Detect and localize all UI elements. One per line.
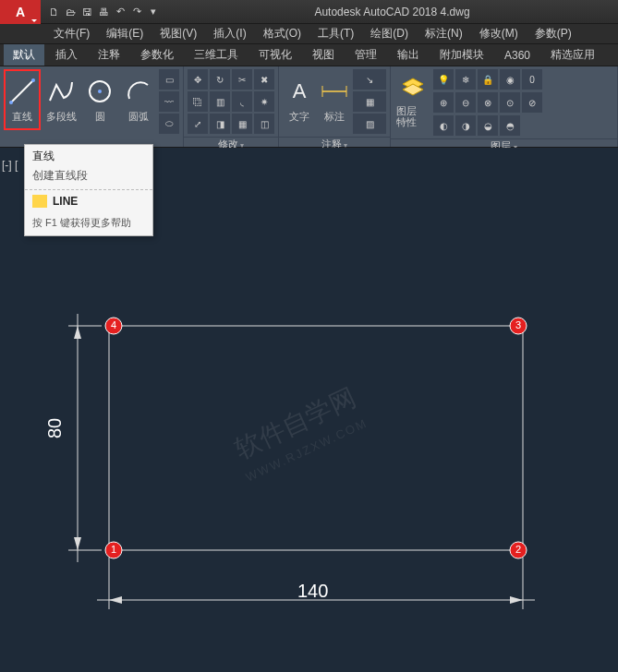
ribbon: 直线 多段线 圆 圆弧 ▭ 〰 xyxy=(0,66,618,148)
svg-text:1: 1 xyxy=(111,544,116,555)
menu-insert[interactable]: 插入(I) xyxy=(206,24,253,43)
dimension-button[interactable]: 标注 xyxy=(318,69,351,130)
layer-tool-1[interactable]: ⊕ xyxy=(433,92,454,113)
tab-manage[interactable]: 管理 xyxy=(345,44,386,66)
layer-tool-6[interactable]: ◐ xyxy=(433,115,454,136)
menu-bar: 文件(F) 编辑(E) 视图(V) 插入(I) 格式(O) 工具(T) 绘图(D… xyxy=(0,24,618,44)
dimension-icon xyxy=(320,77,349,106)
qat-item[interactable]: 🗁 xyxy=(63,5,78,19)
layer-bulb-icon[interactable]: 💡 xyxy=(433,69,454,90)
menu-tools[interactable]: 工具(T) xyxy=(310,24,361,43)
layer-lock-icon[interactable]: 🔒 xyxy=(478,69,498,90)
tab-addins[interactable]: 附加模块 xyxy=(430,44,493,66)
layer-tool-7[interactable]: ◑ xyxy=(455,115,476,136)
qat-item[interactable]: 🖶 xyxy=(96,5,111,19)
layer-more-icon[interactable]: 0 xyxy=(522,69,542,90)
trim-icon[interactable]: ✂ xyxy=(232,69,252,90)
tab-a360[interactable]: A360 xyxy=(495,46,539,65)
circle-icon xyxy=(85,77,115,106)
rect-icon[interactable]: ▭ xyxy=(159,69,179,90)
menu-file[interactable]: 文件(F) xyxy=(46,24,97,43)
menu-modify[interactable]: 修改(M) xyxy=(472,24,526,43)
layer-tool-5[interactable]: ⊘ xyxy=(522,92,542,113)
stretch-icon[interactable]: ⤢ xyxy=(188,114,208,134)
command-icon xyxy=(32,195,47,208)
layer-properties-icon xyxy=(398,72,428,102)
polyline-button[interactable]: 多段线 xyxy=(42,69,79,130)
app-logo[interactable]: A xyxy=(0,0,41,24)
draw-extra-col: ▭ 〰 ⬭ xyxy=(159,69,179,134)
layer-tool-9[interactable]: ◓ xyxy=(500,115,520,136)
table-icon[interactable]: ▦ xyxy=(353,91,386,112)
erase-icon[interactable]: ✖ xyxy=(254,69,274,90)
menu-edit[interactable]: 编辑(E) xyxy=(99,24,151,43)
line-icon xyxy=(7,77,37,106)
svg-marker-16 xyxy=(74,326,81,339)
menu-parametric[interactable]: 参数(P) xyxy=(527,24,579,43)
svg-point-4 xyxy=(98,90,102,93)
text-icon: A xyxy=(285,77,314,106)
offset-icon[interactable]: ◫ xyxy=(254,114,274,134)
layer-tool-2[interactable]: ⊖ xyxy=(455,92,476,113)
tab-3dtools[interactable]: 三维工具 xyxy=(185,44,248,66)
spline-icon[interactable]: 〰 xyxy=(159,91,179,112)
text-button[interactable]: A 文字 xyxy=(283,69,316,130)
arc-button[interactable]: 圆弧 xyxy=(120,69,157,130)
fillet-icon[interactable]: ◟ xyxy=(232,91,252,112)
tab-parametric[interactable]: 参数化 xyxy=(131,44,183,66)
tooltip: 直线 创建直线段 LINE 按 F1 键获得更多帮助 xyxy=(24,144,153,236)
qat-item[interactable]: 🗋 xyxy=(46,5,61,19)
svg-text:4: 4 xyxy=(111,319,116,330)
menu-view[interactable]: 视图(V) xyxy=(152,24,204,43)
tab-visualize[interactable]: 可视化 xyxy=(249,44,301,66)
panel-draw: 直线 多段线 圆 圆弧 ▭ 〰 xyxy=(0,66,184,147)
tab-default[interactable]: 默认 xyxy=(4,44,44,66)
tab-view[interactable]: 视图 xyxy=(303,44,344,66)
panel-annotate: A 文字 标注 ↘ ▦ ▨ 注释 xyxy=(279,66,391,147)
dim-height: 80 xyxy=(44,418,65,438)
tooltip-command: LINE xyxy=(25,190,152,212)
qat-item[interactable]: 🖫 xyxy=(79,5,94,19)
layer-color-icon[interactable]: ◉ xyxy=(500,69,520,90)
point-4: 4 xyxy=(105,318,122,334)
line-button[interactable]: 直线 xyxy=(4,69,41,130)
circle-button[interactable]: 圆 xyxy=(81,69,118,130)
menu-format[interactable]: 格式(O) xyxy=(256,24,309,43)
panel-layers: 图层 特性 💡 ❄ 🔒 ◉ 0 ⊕ ⊖ ⊗ ⊙ ⊘ ◐ xyxy=(391,66,618,147)
layer-tool-4[interactable]: ⊙ xyxy=(500,92,520,113)
tab-annotate[interactable]: 注释 xyxy=(89,44,129,66)
rectangle xyxy=(109,326,523,550)
menu-draw[interactable]: 绘图(D) xyxy=(363,24,416,43)
layer-tool-3[interactable]: ⊗ xyxy=(478,92,498,113)
qat-item[interactable]: ↷ xyxy=(129,5,144,19)
ellipse-icon[interactable]: ⬭ xyxy=(159,114,179,134)
arc-icon xyxy=(124,77,153,106)
ribbon-tabs: 默认 插入 注释 参数化 三维工具 可视化 视图 管理 输出 附加模块 A360… xyxy=(0,44,618,66)
mirror-icon[interactable]: ▥ xyxy=(210,91,230,112)
rotate-icon[interactable]: ↻ xyxy=(210,69,230,90)
copy-icon[interactable]: ⿻ xyxy=(188,91,208,112)
scale-icon[interactable]: ◨ xyxy=(210,114,230,134)
layer-properties-button[interactable]: 图层 特性 xyxy=(394,69,431,130)
quick-access-toolbar: 🗋 🗁 🖫 🖶 ↶ ↷ ▾ xyxy=(41,5,166,19)
hatch-icon[interactable]: ▨ xyxy=(353,114,386,134)
layer-tool-8[interactable]: ◒ xyxy=(478,115,498,136)
svg-text:3: 3 xyxy=(515,319,521,330)
tab-output[interactable]: 输出 xyxy=(388,44,429,66)
qat-item[interactable]: ▾ xyxy=(146,5,161,19)
array-icon[interactable]: ▦ xyxy=(232,114,252,134)
tab-featured[interactable]: 精选应用 xyxy=(541,44,604,66)
move-icon[interactable]: ✥ xyxy=(188,69,208,90)
explode-icon[interactable]: ✷ xyxy=(254,91,274,112)
layer-freeze-icon[interactable]: ❄ xyxy=(455,69,476,90)
svg-point-1 xyxy=(9,101,13,104)
tooltip-help: 按 F1 键获得更多帮助 xyxy=(25,212,152,235)
menu-dimension[interactable]: 标注(N) xyxy=(418,24,470,43)
dim-width: 140 xyxy=(297,581,328,601)
tab-insert[interactable]: 插入 xyxy=(46,44,87,66)
svg-marker-11 xyxy=(109,596,122,604)
leader-icon[interactable]: ↘ xyxy=(353,69,386,90)
svg-line-0 xyxy=(11,80,33,102)
qat-item[interactable]: ↶ xyxy=(113,5,127,19)
panel-modify: ✥ ⿻ ⤢ ↻ ▥ ◨ ✂ ◟ ▦ ✖ ✷ ◫ 修改 xyxy=(184,66,279,147)
